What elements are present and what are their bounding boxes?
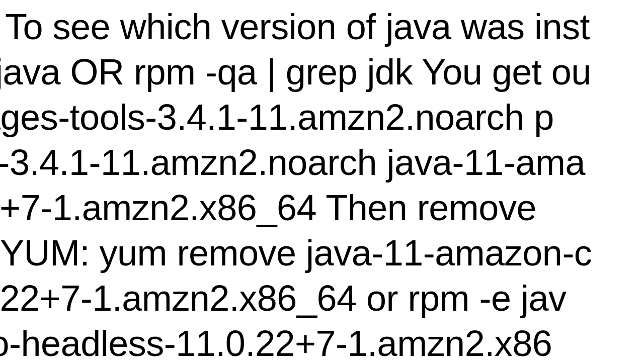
text-line-8: etto-headless-11.0.22+7-1.amzn2.x86: [0, 321, 552, 362]
text-line-4: s-3.4.1-11.amzn2.noarch java-11-ama: [0, 140, 585, 185]
text-line-1: To see which version of java was inst: [5, 4, 590, 49]
text-line-3: ckages-tools-3.4.1-11.amzn2.noarch p: [0, 95, 554, 140]
text-line-5: 22+7-1.amzn2.x86_64 Then remove: [0, 185, 536, 230]
text-line-6: YUM: yum remove java-11-amazon-c: [0, 230, 592, 276]
text-line-2: java OR rpm -qa | grep jdk You get ou: [0, 49, 591, 95]
text-line-7: .22+7-1.amzn2.x86_64 or rpm -e jav: [0, 276, 567, 321]
